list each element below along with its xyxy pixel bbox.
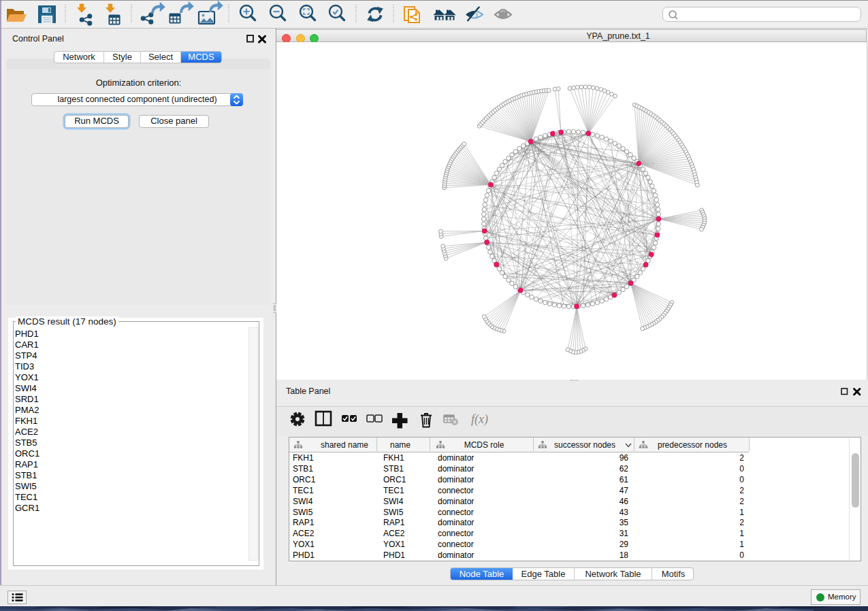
svg-text:f(x): f(x) (471, 412, 488, 427)
svg-text:name: name (390, 440, 411, 450)
svg-text:successor nodes: successor nodes (554, 440, 615, 450)
svg-text:predecessor nodes: predecessor nodes (658, 440, 727, 450)
svg-text:MCDS role: MCDS role (464, 440, 504, 450)
svg-text:shared name: shared name (321, 440, 368, 450)
